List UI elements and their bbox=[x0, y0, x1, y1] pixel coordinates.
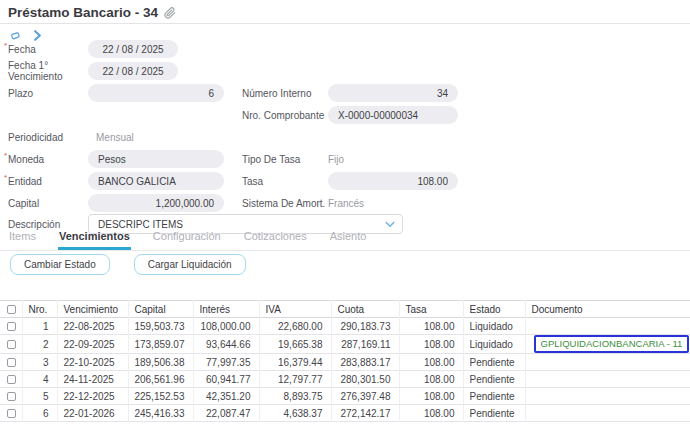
cell-vencimiento: 22-12-2025 bbox=[57, 388, 128, 405]
loan-form-page: Préstamo Bancario - 34 *Fecha Fecha 1° V… bbox=[0, 0, 690, 424]
cell-nro: 6 bbox=[22, 405, 57, 422]
installments-table: Nro. Vencimiento Capital Interés IVA Cuo… bbox=[0, 300, 690, 422]
cell-capital: 225,152.53 bbox=[128, 388, 193, 405]
col-documento: Documento bbox=[525, 301, 690, 318]
field-row-moneda: *Moneda bbox=[8, 150, 224, 168]
cell-cuota: 283,883.17 bbox=[331, 354, 399, 371]
title-divider bbox=[0, 23, 690, 24]
cell-vencimiento: 22-08-2025 bbox=[57, 318, 128, 335]
field-row-tipo-de-tasa: Tipo De Tasa Fijo bbox=[242, 150, 344, 168]
table-row[interactable]: 322-10-2025189,506.3877,997.3516,379.442… bbox=[0, 354, 690, 371]
cell-nro: 1 bbox=[22, 318, 57, 335]
field-row-periodicidad: Periodicidad Mensual bbox=[8, 128, 134, 146]
field-row-numero-interno: Número Interno bbox=[242, 84, 458, 102]
row-checkbox[interactable] bbox=[7, 409, 16, 418]
tab-asiento[interactable]: Asiento bbox=[329, 229, 368, 250]
row-checkbox[interactable] bbox=[7, 375, 16, 384]
plazo-label: Plazo bbox=[8, 88, 88, 99]
row-checkbox[interactable] bbox=[7, 322, 16, 331]
cell-cuota: 272,142.17 bbox=[331, 405, 399, 422]
moneda-label: *Moneda bbox=[8, 154, 88, 165]
tasa-label: Tasa bbox=[242, 176, 328, 187]
cell-documento bbox=[525, 318, 690, 335]
cell-nro: 5 bbox=[22, 388, 57, 405]
cell-capital: 189,506.38 bbox=[128, 354, 193, 371]
table-header-row: Nro. Vencimiento Capital Interés IVA Cuo… bbox=[0, 301, 690, 318]
cell-documento bbox=[525, 405, 690, 422]
cell-iva: 4,638.37 bbox=[259, 405, 331, 422]
tab-configuracion[interactable]: Configuración bbox=[152, 229, 222, 250]
table-row[interactable]: 622-01-2026245,416.3322,087.474,638.3727… bbox=[0, 405, 690, 422]
table-row[interactable]: 424-11-2025206,561.9660,941.7712,797.772… bbox=[0, 371, 690, 388]
cell-tasa: 108.00 bbox=[399, 405, 463, 422]
required-marker: * bbox=[4, 41, 7, 50]
cell-tasa: 108.00 bbox=[399, 335, 463, 354]
field-row-sistema-amort: Sistema De Amort. Francés bbox=[242, 194, 364, 212]
cell-cuota: 276,397.48 bbox=[331, 388, 399, 405]
col-estado: Estado bbox=[463, 301, 525, 318]
nro-comprobante-label: Nro. Comprobante bbox=[242, 110, 328, 121]
cell-estado: Pendiente bbox=[463, 371, 525, 388]
cell-interes: 108,000.00 bbox=[193, 318, 259, 335]
cell-documento: GPLIQUIDACIONBANCARIA - 11 bbox=[525, 335, 690, 354]
cell-nro: 4 bbox=[22, 371, 57, 388]
cell-estado: Pendiente bbox=[463, 354, 525, 371]
tipo-de-tasa-value: Fijo bbox=[328, 154, 344, 165]
cell-vencimiento: 24-11-2025 bbox=[57, 371, 128, 388]
cell-interes: 60,941.77 bbox=[193, 371, 259, 388]
entidad-input[interactable] bbox=[88, 172, 224, 190]
cell-vencimiento: 22-01-2026 bbox=[57, 405, 128, 422]
plazo-input[interactable] bbox=[88, 84, 224, 102]
tab-items[interactable]: Items bbox=[8, 229, 37, 250]
col-vencimiento: Vencimiento bbox=[57, 301, 128, 318]
col-iva: IVA bbox=[259, 301, 331, 318]
page-title: Préstamo Bancario - 34 bbox=[8, 5, 176, 20]
table-row[interactable]: 122-08-2025159,503.73108,000.0022,680.00… bbox=[0, 318, 690, 335]
moneda-input[interactable] bbox=[88, 150, 224, 168]
tasa-input[interactable] bbox=[328, 172, 458, 190]
field-row-tasa: Tasa bbox=[242, 172, 458, 190]
cell-tasa: 108.00 bbox=[399, 371, 463, 388]
documento-link[interactable]: GPLIQUIDACIONBANCARIA - 11 bbox=[534, 335, 690, 353]
tipo-de-tasa-label: Tipo De Tasa bbox=[242, 154, 328, 165]
cargar-liquidacion-button[interactable]: Cargar Liquidación bbox=[134, 254, 246, 275]
tab-bar: Items Vencimientos Configuración Cotizac… bbox=[0, 229, 690, 251]
numero-interno-input[interactable] bbox=[328, 84, 458, 102]
attachment-icon[interactable] bbox=[164, 7, 176, 19]
cell-tasa: 108.00 bbox=[399, 318, 463, 335]
tab-vencimientos[interactable]: Vencimientos bbox=[58, 229, 131, 250]
sistema-amort-value: Francés bbox=[328, 198, 364, 209]
col-cuota: Cuota bbox=[331, 301, 399, 318]
cell-iva: 12,797.77 bbox=[259, 371, 331, 388]
cell-interes: 77,997.35 bbox=[193, 354, 259, 371]
select-all-checkbox[interactable] bbox=[7, 305, 16, 314]
cell-iva: 16,379.44 bbox=[259, 354, 331, 371]
periodicidad-value: Mensual bbox=[88, 132, 134, 143]
descripcion-label: Descripción bbox=[8, 219, 88, 230]
row-checkbox[interactable] bbox=[7, 340, 16, 349]
table-row[interactable]: 522-12-2025225,152.5342,351.208,893.7527… bbox=[0, 388, 690, 405]
cell-nro: 2 bbox=[22, 335, 57, 354]
capital-label: Capital bbox=[8, 198, 88, 209]
cell-nro: 3 bbox=[22, 354, 57, 371]
fecha-label: *Fecha bbox=[8, 44, 88, 55]
cell-iva: 22,680.00 bbox=[259, 318, 331, 335]
cell-capital: 173,859.07 bbox=[128, 335, 193, 354]
capital-input[interactable] bbox=[88, 194, 224, 212]
required-marker: * bbox=[4, 151, 7, 160]
row-checkbox[interactable] bbox=[7, 358, 16, 367]
row-checkbox[interactable] bbox=[7, 392, 16, 401]
page-title-text: Préstamo Bancario - 34 bbox=[8, 5, 158, 20]
actions-bar: Cambiar Estado Cargar Liquidación bbox=[10, 254, 246, 275]
cell-iva: 19,665.38 bbox=[259, 335, 331, 354]
cell-interes: 22,087.47 bbox=[193, 405, 259, 422]
tab-cotizaciones[interactable]: Cotizaciones bbox=[243, 229, 308, 250]
table-row[interactable]: 222-09-2025173,859.0793,644.6619,665.382… bbox=[0, 335, 690, 354]
cambiar-estado-button[interactable]: Cambiar Estado bbox=[10, 254, 110, 275]
fecha-input[interactable] bbox=[88, 40, 178, 58]
nro-comprobante-input[interactable] bbox=[328, 106, 458, 124]
table-body: 122-08-2025159,503.73108,000.0022,680.00… bbox=[0, 318, 690, 422]
fecha-vencimiento-input[interactable] bbox=[88, 62, 178, 80]
cell-documento bbox=[525, 371, 690, 388]
cell-capital: 159,503.73 bbox=[128, 318, 193, 335]
